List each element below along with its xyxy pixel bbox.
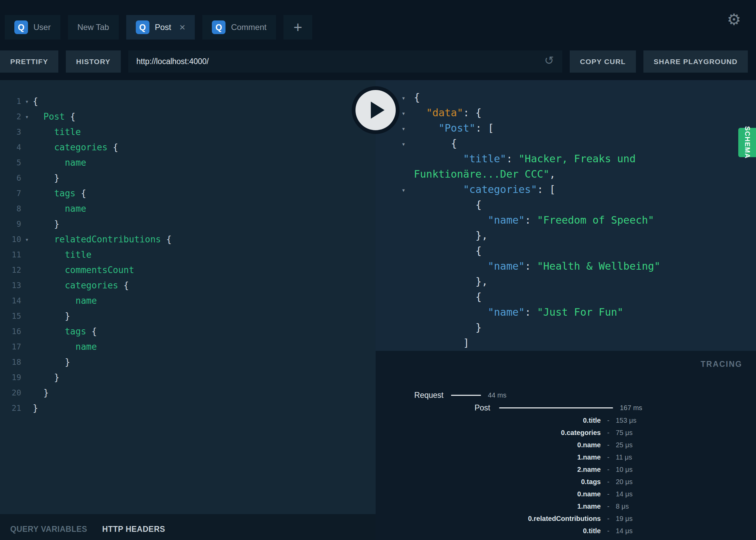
query-line[interactable]: 10▾ relatedContributions {	[0, 232, 376, 247]
response-line: ▾ "Post": [	[376, 120, 756, 136]
endpoint-url-input[interactable]	[128, 50, 562, 73]
trace-resolver-row: 2.name-10 μs	[376, 463, 756, 476]
tab-post[interactable]: QPost×	[126, 15, 195, 40]
query-line[interactable]: 3 title	[0, 124, 376, 140]
fold-spacer	[21, 278, 33, 293]
query-line[interactable]: 19 }	[0, 370, 376, 385]
schema-tab[interactable]: SCHEMA	[738, 128, 756, 157]
query-line[interactable]: 9 }	[0, 216, 376, 232]
add-tab-button[interactable]: +	[284, 15, 312, 40]
query-line[interactable]: 1▾{	[0, 94, 376, 109]
query-line[interactable]: 11 title	[0, 247, 376, 262]
query-line[interactable]: 15 }	[0, 309, 376, 324]
query-line[interactable]: 12 commentsCount	[0, 262, 376, 278]
copy-curl-button[interactable]: COPY CURL	[570, 50, 636, 73]
resolver-path: 0.title	[376, 417, 601, 424]
trace-request-label: Request	[376, 391, 444, 400]
line-number: 20	[0, 385, 21, 401]
query-line[interactable]: 13 categories {	[0, 278, 376, 293]
execute-query-button[interactable]	[352, 86, 399, 134]
fold-arrow-icon[interactable]: ▾	[402, 182, 405, 198]
reload-schema-icon[interactable]: ↺	[544, 55, 554, 66]
query-code: title	[33, 124, 81, 140]
close-tab-icon[interactable]: ×	[179, 22, 186, 32]
fold-spacer	[21, 370, 33, 385]
resolver-path: 0.relatedContributions	[376, 515, 601, 523]
line-number: 6	[0, 170, 21, 186]
dash-separator: -	[601, 429, 616, 437]
fold-spacer	[21, 309, 33, 324]
query-line[interactable]: 14 name	[0, 293, 376, 309]
query-code: name	[33, 339, 97, 355]
fold-arrow-icon[interactable]: ▾	[21, 232, 33, 247]
query-line[interactable]: 6 }	[0, 170, 376, 186]
query-line[interactable]: 7 tags {	[0, 186, 376, 201]
fold-spacer	[21, 124, 33, 140]
response-line: ▾ "categories": [	[376, 182, 756, 197]
fold-spacer	[21, 247, 33, 262]
query-line[interactable]: 21}	[0, 401, 376, 416]
response-line: {	[376, 197, 756, 212]
line-number: 1	[0, 94, 21, 109]
line-number: 4	[0, 140, 21, 155]
fold-arrow-icon[interactable]: ▾	[402, 136, 405, 152]
prettify-button[interactable]: PRETTIFY	[0, 50, 58, 73]
query-code: }	[33, 385, 49, 401]
trace-resolver-row: 1.name-11 μs	[376, 451, 756, 463]
query-line[interactable]: 17 name	[0, 339, 376, 355]
response-code: {	[414, 197, 707, 212]
fold-spacer	[21, 385, 33, 401]
line-number: 7	[0, 186, 21, 201]
query-editor-pane: 1▾{2▾ Post {3 title4 categories {5 name6…	[0, 80, 376, 540]
history-button[interactable]: HISTORY	[66, 50, 121, 73]
resolver-path: 0.name	[376, 490, 601, 498]
tab-comment[interactable]: QComment	[202, 15, 276, 40]
settings-gear-icon[interactable]: ⚙	[727, 12, 741, 27]
query-line[interactable]: 5 name	[0, 155, 376, 170]
tab-user[interactable]: QUser	[5, 15, 60, 40]
query-code: categories {	[33, 278, 129, 293]
tab-new-tab[interactable]: New Tab	[68, 15, 119, 40]
trace-resolver-row: 0.name-14 μs	[376, 488, 756, 500]
line-number: 18	[0, 355, 21, 370]
dash-separator: -	[601, 490, 616, 498]
query-variables-tab[interactable]: QUERY VARIABLES	[10, 525, 87, 534]
line-number: 13	[0, 278, 21, 293]
fold-spacer	[21, 262, 33, 278]
fold-arrow-icon[interactable]: ▾	[21, 94, 33, 109]
endpoint-bar: ↺	[128, 50, 562, 73]
line-number: 21	[0, 401, 21, 416]
main-area: 1▾{2▾ Post {3 title4 categories {5 name6…	[0, 80, 756, 540]
query-line[interactable]: 16 tags {	[0, 324, 376, 339]
resolver-path: 0.title	[376, 527, 601, 535]
query-code: }	[33, 401, 38, 416]
query-line[interactable]: 20 }	[0, 385, 376, 401]
resolver-path: 0.tags	[376, 478, 601, 486]
resolver-path: 0.categories	[376, 429, 601, 437]
resolver-path: 0.name	[376, 441, 601, 449]
query-line[interactable]: 2▾ Post {	[0, 109, 376, 124]
query-line[interactable]: 18 }	[0, 355, 376, 370]
fold-arrow-icon[interactable]: ▾	[21, 109, 33, 124]
query-line[interactable]: 4 categories {	[0, 140, 376, 155]
fold-arrow-icon[interactable]: ▾	[402, 90, 405, 106]
share-playground-button[interactable]: SHARE PLAYGROUND	[643, 50, 748, 73]
fold-spacer	[21, 155, 33, 170]
tab-label: Post	[155, 22, 171, 32]
query-editor[interactable]: 1▾{2▾ Post {3 title4 categories {5 name6…	[0, 80, 376, 514]
query-code: {	[33, 94, 38, 109]
resolver-duration: 14 μs	[616, 490, 633, 498]
query-code: relatedContributions {	[33, 232, 172, 247]
tab-list: QUserNew TabQPost×QComment	[5, 15, 284, 40]
response-code: }	[414, 320, 707, 335]
query-badge-icon: Q	[14, 20, 28, 34]
query-line[interactable]: 8 name	[0, 201, 376, 216]
resolver-duration: 14 μs	[616, 527, 633, 535]
fold-arrow-icon[interactable]: ▾	[402, 121, 405, 136]
fold-arrow-icon[interactable]: ▾	[402, 106, 405, 121]
response-code: "title": "Hacker, Freaks und Funktionäre…	[414, 151, 707, 182]
response-line: {	[376, 289, 756, 304]
response-code: "Post": [	[414, 120, 707, 136]
http-headers-tab[interactable]: HTTP HEADERS	[102, 525, 165, 534]
response-code: },	[414, 228, 707, 243]
